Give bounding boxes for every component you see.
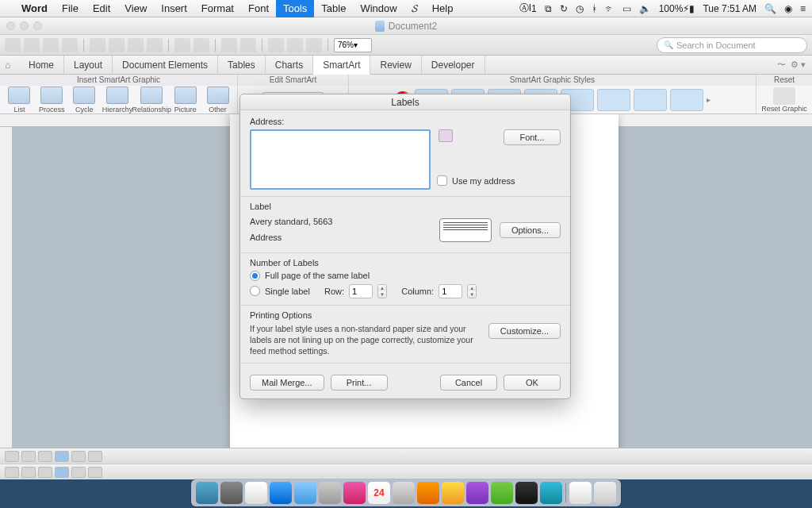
sync-icon[interactable]: ↻ bbox=[560, 3, 568, 14]
redo-button[interactable] bbox=[193, 38, 209, 52]
style-thumb[interactable] bbox=[634, 89, 667, 111]
ribbon-settings-icon[interactable]: ⚙ ▾ bbox=[791, 60, 806, 70]
smartart-picture[interactable]: Picture bbox=[170, 87, 200, 114]
cancel-button[interactable]: Cancel bbox=[440, 375, 497, 391]
close-window-icon[interactable] bbox=[6, 21, 15, 30]
single-label-radio[interactable]: Single label bbox=[250, 286, 310, 296]
vertical-ruler[interactable] bbox=[0, 127, 13, 448]
smartart-relationship[interactable]: Relationship bbox=[136, 87, 167, 114]
minimize-window-icon[interactable] bbox=[20, 21, 29, 30]
toolbox-button[interactable] bbox=[287, 38, 303, 52]
smartart-process[interactable]: Process bbox=[37, 87, 67, 114]
tab-review[interactable]: Review bbox=[370, 56, 421, 74]
menu-font[interactable]: Font bbox=[241, 0, 276, 17]
battery-status[interactable]: 100% ⚡︎▮ bbox=[659, 3, 695, 14]
search-input[interactable]: Search in Document bbox=[657, 37, 807, 53]
style-thumb[interactable] bbox=[670, 89, 703, 111]
dock-app[interactable] bbox=[393, 482, 415, 504]
dock-app[interactable] bbox=[515, 482, 538, 504]
dock-app[interactable] bbox=[417, 482, 439, 504]
styles-more-icon[interactable]: ▸ bbox=[707, 95, 710, 104]
menu-view[interactable]: View bbox=[117, 0, 154, 17]
view-focus[interactable] bbox=[88, 451, 102, 462]
show-marks-button[interactable] bbox=[240, 38, 256, 52]
reset-graphic-button[interactable]: Reset Graphic bbox=[761, 87, 807, 113]
tab-document-elements[interactable]: Document Elements bbox=[113, 56, 218, 74]
view-publishing[interactable] bbox=[38, 451, 52, 462]
smartart-cycle[interactable]: Cycle bbox=[70, 87, 99, 114]
dock-facetime[interactable] bbox=[491, 482, 513, 504]
notification-icon[interactable]: ≡ bbox=[800, 3, 806, 14]
sidebar-button[interactable] bbox=[268, 38, 284, 52]
menu-tools[interactable]: Tools bbox=[276, 0, 314, 17]
zoom-window-icon[interactable] bbox=[33, 21, 42, 30]
view-print-2[interactable] bbox=[55, 467, 69, 478]
contacts-icon[interactable] bbox=[439, 129, 453, 142]
ribbon-collapse-icon[interactable]: 〜 bbox=[777, 59, 786, 71]
save-button[interactable] bbox=[43, 38, 59, 52]
spotlight-icon[interactable]: 🔍 bbox=[764, 3, 776, 14]
clock[interactable]: Tue 7:51 AM bbox=[703, 3, 756, 14]
view-outline[interactable] bbox=[21, 451, 36, 462]
menu-format[interactable]: Format bbox=[194, 0, 241, 17]
new-doc-button[interactable] bbox=[5, 38, 21, 52]
options-button[interactable]: Options... bbox=[500, 222, 561, 238]
volume-icon[interactable]: 🔈 bbox=[639, 3, 651, 14]
menu-help[interactable]: Help bbox=[425, 0, 461, 17]
print-button[interactable] bbox=[62, 38, 78, 52]
bluetooth-icon[interactable]: ᚼ bbox=[592, 3, 597, 14]
dock-doc[interactable] bbox=[569, 482, 592, 504]
print-button[interactable]: Print... bbox=[331, 375, 388, 391]
tab-developer[interactable]: Developer bbox=[422, 56, 485, 74]
view-draft[interactable] bbox=[5, 451, 19, 462]
view-notebook[interactable] bbox=[71, 451, 86, 462]
media-button[interactable] bbox=[221, 38, 237, 52]
app-menu[interactable]: Word bbox=[14, 0, 55, 17]
menu-file[interactable]: File bbox=[55, 0, 86, 17]
wifi-icon[interactable]: ᯤ bbox=[605, 3, 615, 14]
dock-calendar[interactable]: 24 bbox=[368, 482, 390, 504]
font-button[interactable]: Font... bbox=[504, 129, 561, 145]
home-icon[interactable]: ⌂ bbox=[5, 56, 16, 74]
smartart-list[interactable]: List bbox=[5, 87, 34, 114]
style-thumb[interactable] bbox=[597, 89, 630, 111]
view-notebook-2[interactable] bbox=[71, 467, 86, 478]
customize-button[interactable]: Customize... bbox=[488, 323, 561, 339]
script-menu-icon[interactable]: 𝓢 bbox=[404, 0, 425, 17]
dock-safari[interactable] bbox=[270, 482, 292, 504]
view-print[interactable] bbox=[55, 451, 69, 462]
dock-app[interactable] bbox=[319, 482, 341, 504]
dock-chrome[interactable] bbox=[442, 482, 464, 504]
copy-button[interactable] bbox=[109, 38, 124, 52]
menu-edit[interactable]: Edit bbox=[86, 0, 117, 17]
full-page-radio[interactable]: Full page of the same label bbox=[250, 271, 561, 281]
row-input[interactable] bbox=[349, 284, 373, 298]
menu-window[interactable]: Window bbox=[353, 0, 404, 17]
tab-tables[interactable]: Tables bbox=[218, 56, 266, 74]
paste-button[interactable] bbox=[128, 38, 144, 52]
open-button[interactable] bbox=[24, 38, 40, 52]
tab-smartart[interactable]: SmartArt bbox=[313, 56, 370, 75]
cut-button[interactable] bbox=[90, 38, 105, 52]
use-my-address-checkbox[interactable]: Use my address bbox=[437, 175, 561, 186]
address-input[interactable] bbox=[250, 129, 431, 190]
format-painter-button[interactable] bbox=[147, 38, 163, 52]
undo-button[interactable] bbox=[174, 38, 190, 52]
dock-word[interactable] bbox=[540, 482, 562, 504]
view-focus-2[interactable] bbox=[88, 467, 102, 478]
dock-trash[interactable] bbox=[594, 482, 616, 504]
dock-mail[interactable] bbox=[294, 482, 316, 504]
dock-app[interactable] bbox=[466, 482, 488, 504]
smartart-hierarchy[interactable]: Hierarchy bbox=[102, 87, 133, 114]
menu-insert[interactable]: Insert bbox=[154, 0, 194, 17]
tab-home[interactable]: Home bbox=[19, 56, 64, 74]
view-outline-2[interactable] bbox=[21, 467, 36, 478]
dropbox-icon[interactable]: ⧉ bbox=[545, 3, 552, 14]
smartart-other[interactable]: Other bbox=[203, 87, 232, 114]
adobe-icon[interactable]: ⒶI 1 bbox=[519, 2, 537, 15]
column-stepper[interactable]: ▲▼ bbox=[467, 284, 477, 298]
dock-settings[interactable] bbox=[220, 482, 243, 504]
ok-button[interactable]: OK bbox=[504, 375, 561, 391]
siri-icon[interactable]: ◉ bbox=[784, 3, 792, 14]
timemachine-icon[interactable]: ◷ bbox=[576, 3, 584, 14]
